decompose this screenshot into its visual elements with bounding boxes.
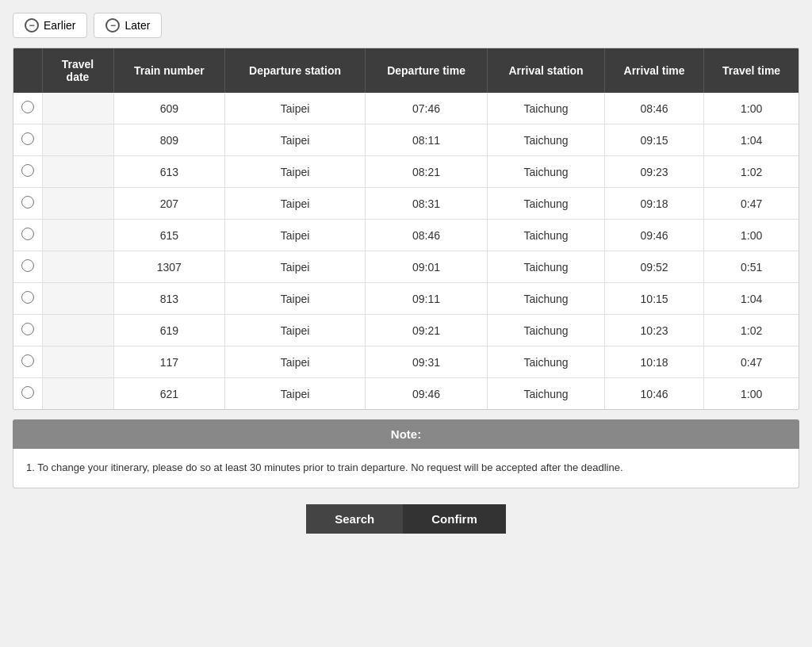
row-train-number: 621: [113, 378, 225, 410]
row-radio[interactable]: [21, 101, 34, 113]
row-travel-date: [42, 93, 113, 124]
row-dep-station: Taipei: [225, 188, 366, 220]
row-radio[interactable]: [21, 386, 34, 399]
row-arr-station: Taichung: [488, 220, 605, 251]
table-row: 619 Taipei 09:21 Taichung 10:23 1:02: [13, 315, 799, 346]
row-travel-date: [42, 220, 113, 251]
row-select-cell[interactable]: [13, 378, 42, 410]
row-dep-station: Taipei: [225, 251, 366, 283]
col-header-travel-date: Travel date: [42, 48, 113, 93]
row-select-cell[interactable]: [13, 188, 42, 220]
row-travel-time: 0:47: [704, 188, 799, 220]
row-select-cell[interactable]: [13, 283, 42, 315]
row-radio[interactable]: [21, 291, 34, 304]
row-arr-time: 10:23: [605, 315, 704, 346]
row-train-number: 809: [113, 124, 225, 156]
row-travel-time: 1:02: [704, 315, 799, 346]
later-label: Later: [124, 19, 150, 32]
row-radio[interactable]: [21, 132, 34, 145]
row-travel-time: 1:04: [704, 283, 799, 315]
col-header-dep-station: Departure station: [225, 48, 366, 93]
row-travel-date: [42, 378, 113, 410]
row-arr-station: Taichung: [488, 251, 605, 283]
row-dep-time: 08:11: [366, 124, 488, 156]
col-header-train-number: Train number: [113, 48, 225, 93]
row-arr-time: 08:46: [605, 93, 704, 124]
row-train-number: 615: [113, 220, 225, 251]
row-dep-station: Taipei: [225, 93, 366, 124]
table-row: 613 Taipei 08:21 Taichung 09:23 1:02: [13, 156, 799, 188]
row-dep-time: 08:31: [366, 188, 488, 220]
later-icon: −: [105, 18, 120, 33]
row-travel-time: 1:04: [704, 124, 799, 156]
table-header-row: Travel date Train number Departure stati…: [13, 48, 799, 93]
row-radio[interactable]: [21, 323, 34, 335]
train-table: Travel date Train number Departure stati…: [13, 48, 799, 409]
row-travel-time: 0:47: [704, 346, 799, 378]
earlier-label: Earlier: [44, 19, 75, 32]
row-train-number: 117: [113, 346, 225, 378]
row-travel-date: [42, 251, 113, 283]
row-dep-time: 09:31: [366, 346, 488, 378]
row-dep-time: 07:46: [366, 93, 488, 124]
row-select-cell[interactable]: [13, 156, 42, 188]
row-arr-station: Taichung: [488, 315, 605, 346]
row-train-number: 613: [113, 156, 225, 188]
table-row: 615 Taipei 08:46 Taichung 09:46 1:00: [13, 220, 799, 251]
row-dep-station: Taipei: [225, 315, 366, 346]
row-arr-station: Taichung: [488, 378, 605, 410]
row-travel-time: 1:02: [704, 156, 799, 188]
table-row: 207 Taipei 08:31 Taichung 09:18 0:47: [13, 188, 799, 220]
bottom-buttons: Search Confirm: [13, 504, 799, 534]
row-select-cell[interactable]: [13, 251, 42, 283]
table-row: 609 Taipei 07:46 Taichung 08:46 1:00: [13, 93, 799, 124]
row-radio[interactable]: [21, 354, 34, 367]
row-dep-time: 09:46: [366, 378, 488, 410]
row-select-cell[interactable]: [13, 220, 42, 251]
row-dep-time: 08:21: [366, 156, 488, 188]
row-travel-date: [42, 124, 113, 156]
row-arr-station: Taichung: [488, 93, 605, 124]
row-arr-time: 09:23: [605, 156, 704, 188]
row-radio[interactable]: [21, 259, 34, 272]
row-travel-date: [42, 283, 113, 315]
note-section: Note: 1. To change your itinerary, pleas…: [13, 419, 799, 488]
search-button[interactable]: Search: [306, 504, 403, 534]
col-header-arr-time: Arrival time: [605, 48, 704, 93]
row-train-number: 1307: [113, 251, 225, 283]
row-travel-date: [42, 315, 113, 346]
train-table-wrapper: Travel date Train number Departure stati…: [13, 48, 799, 410]
earlier-button[interactable]: − Earlier: [13, 13, 87, 38]
row-select-cell[interactable]: [13, 315, 42, 346]
row-dep-station: Taipei: [225, 156, 366, 188]
row-dep-time: 08:46: [366, 220, 488, 251]
col-header-select: [13, 48, 42, 93]
row-dep-time: 09:01: [366, 251, 488, 283]
row-arr-time: 10:15: [605, 283, 704, 315]
note-content: 1. To change your itinerary, please do s…: [13, 449, 799, 488]
row-train-number: 813: [113, 283, 225, 315]
col-header-arr-station: Arrival station: [488, 48, 605, 93]
navigation-bar: − Earlier − Later: [13, 13, 799, 38]
row-radio[interactable]: [21, 164, 34, 177]
row-select-cell[interactable]: [13, 124, 42, 156]
row-train-number: 207: [113, 188, 225, 220]
table-row: 809 Taipei 08:11 Taichung 09:15 1:04: [13, 124, 799, 156]
row-dep-station: Taipei: [225, 346, 366, 378]
table-body: 609 Taipei 07:46 Taichung 08:46 1:00 809…: [13, 93, 799, 409]
row-radio[interactable]: [21, 228, 34, 240]
row-radio[interactable]: [21, 196, 34, 209]
row-dep-station: Taipei: [225, 220, 366, 251]
row-select-cell[interactable]: [13, 346, 42, 378]
row-arr-station: Taichung: [488, 124, 605, 156]
later-button[interactable]: − Later: [94, 13, 162, 38]
table-row: 813 Taipei 09:11 Taichung 10:15 1:04: [13, 283, 799, 315]
row-travel-time: 1:00: [704, 378, 799, 410]
row-dep-time: 09:11: [366, 283, 488, 315]
row-dep-time: 09:21: [366, 315, 488, 346]
confirm-button[interactable]: Confirm: [403, 504, 506, 534]
col-header-travel-time: Travel time: [704, 48, 799, 93]
row-select-cell[interactable]: [13, 93, 42, 124]
row-travel-time: 1:00: [704, 93, 799, 124]
row-arr-station: Taichung: [488, 188, 605, 220]
